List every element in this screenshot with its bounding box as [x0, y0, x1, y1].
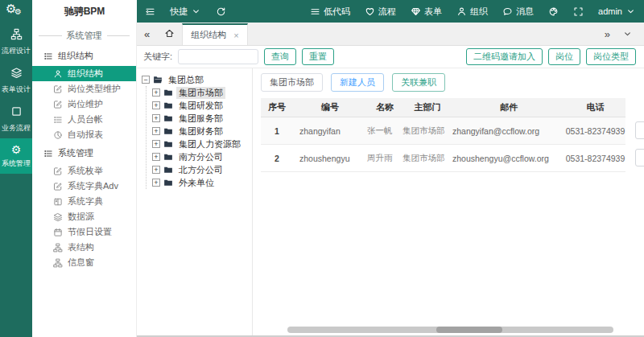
sidebar-section-title: 系统管理: [39, 30, 130, 42]
close-icon[interactable]: ×: [233, 31, 238, 40]
nav-form[interactable]: 表单: [411, 6, 442, 18]
sidebar-item-holiday-setting[interactable]: 节假日设置: [32, 224, 136, 240]
org-tree: − 集团总部 + 集团市场部 + 集团研发部: [137, 68, 253, 335]
tree-expand-icon[interactable]: +: [152, 101, 160, 109]
table-row[interactable]: 1 zhangyifan 张一帆 集团市场部 zhangyifan@ccflow…: [261, 117, 625, 145]
reset-button[interactable]: 重置: [302, 48, 334, 65]
sitemap-icon: [53, 243, 63, 253]
sidebar-item-personnel-ledger[interactable]: 人员台帐: [32, 112, 136, 127]
tree-node-north-branch[interactable]: + 北方分公司: [152, 163, 252, 176]
row-action-button[interactable]: [635, 121, 644, 139]
sidebar-item-system-enum[interactable]: 系统枚举: [32, 163, 136, 179]
fullscreen-icon[interactable]: [573, 6, 584, 17]
sidebar-item-table-structure[interactable]: 表结构: [32, 240, 136, 255]
nav-message[interactable]: 消息: [502, 6, 534, 18]
top-bar: ⚙ ⚙ 驰骋BPM 快捷 低代码 流程: [0, 0, 644, 23]
sitemap-icon: [10, 28, 23, 40]
sidebar-item-info-window[interactable]: 信息窗: [32, 255, 136, 270]
search-toolbar: 关键字: 查询 重置 二维码邀请加入 岗位 岗位类型: [137, 46, 644, 68]
edit-icon: [53, 100, 63, 109]
sidebar-item-datasource[interactable]: 数据源: [32, 209, 136, 224]
nav-org[interactable]: 组织: [456, 6, 488, 18]
folder-icon: [163, 139, 173, 149]
chevron-down-icon: [191, 6, 201, 17]
link-parttime-button[interactable]: 关联兼职: [392, 73, 445, 92]
tab-bar: « 组织结构 × »: [137, 23, 644, 46]
search-button[interactable]: 查询: [264, 48, 296, 65]
tree-root[interactable]: − 集团总部: [142, 73, 252, 86]
folder-icon: [163, 126, 173, 136]
user-icon: [53, 69, 63, 79]
sidebar-item-auto-report[interactable]: 自动报表: [32, 127, 136, 142]
home-icon[interactable]: [157, 28, 182, 40]
user-menu[interactable]: admin: [598, 6, 636, 17]
list-icon: [310, 6, 320, 17]
keyword-label: 关键字:: [143, 51, 172, 63]
tree-expand-icon[interactable]: +: [152, 140, 160, 148]
theme-palette-icon[interactable]: [548, 6, 559, 17]
quick-menu[interactable]: 快捷: [170, 6, 201, 18]
table-row[interactable]: 2 zhoushengyu 周升雨 集团市场部 zhoushengyu@ccfl…: [261, 145, 625, 172]
sidebar-item-post-type[interactable]: 岗位类型维护: [32, 81, 136, 97]
layers-icon: [53, 212, 63, 222]
folder-icon: [163, 113, 173, 123]
left-rail: 流程设计 表单设计 业务流程 ⚙ 系统管理: [0, 23, 32, 337]
new-person-button[interactable]: 新建人员: [331, 73, 384, 92]
row-action-button[interactable]: [635, 149, 644, 166]
sidebar-item-system-dict-adv[interactable]: 系统字典Adv: [32, 179, 136, 194]
sidebar-item-org-structure[interactable]: 组织结构: [32, 66, 136, 81]
sidebar-group-org[interactable]: 组织结构: [32, 45, 136, 66]
refresh-icon[interactable]: [216, 6, 226, 17]
current-dept-button[interactable]: 集团市场部: [261, 73, 323, 92]
keyword-input[interactable]: [178, 49, 258, 64]
rail-item-process-design[interactable]: 流程设计: [0, 23, 32, 61]
rail-item-business-process[interactable]: 业务流程: [0, 100, 32, 138]
tree-node-hr[interactable]: + 集团人力资源部: [152, 138, 252, 150]
nav-flow[interactable]: 流程: [365, 6, 396, 18]
scrollbar-thumb[interactable]: [436, 327, 502, 333]
menu-fold-icon[interactable]: [145, 6, 155, 17]
tree-node-service[interactable]: + 集团服务部: [152, 112, 252, 125]
list-icon: [43, 51, 53, 61]
tree-expand-icon[interactable]: +: [152, 127, 160, 135]
tree-node-external[interactable]: + 外来单位: [152, 176, 252, 189]
sidebar-item-system-dict[interactable]: 系统字典: [32, 194, 136, 209]
layers-icon: [10, 67, 23, 79]
nav-lowcode[interactable]: 低代码: [310, 6, 350, 18]
app-logo[interactable]: ⚙ ⚙: [0, 0, 32, 23]
tree-expand-icon[interactable]: +: [152, 166, 160, 174]
tab-org-structure[interactable]: 组织结构 ×: [182, 23, 247, 45]
user-icon: [456, 6, 467, 17]
tree-node-finance[interactable]: + 集团财务部: [152, 125, 252, 138]
folder-icon: [163, 165, 173, 175]
rail-item-system-admin[interactable]: ⚙ 系统管理: [0, 138, 32, 174]
table-header: 序号 编号 名称 主部门 邮件 电话: [261, 98, 625, 117]
tree-node-rd[interactable]: + 集团研发部: [152, 99, 252, 112]
tree-expand-icon[interactable]: +: [152, 88, 160, 97]
tree-expand-icon[interactable]: +: [152, 153, 160, 161]
folder-icon: [163, 101, 173, 110]
post-button[interactable]: 岗位: [548, 48, 580, 65]
quick-menu-label: 快捷: [170, 6, 188, 18]
book-icon: [53, 197, 63, 207]
tree-expand-icon[interactable]: +: [152, 179, 160, 187]
folder-icon: [163, 152, 173, 162]
sidebar-group-system[interactable]: 系统管理: [32, 142, 136, 163]
qr-invite-button[interactable]: 二维码邀请加入: [466, 48, 543, 65]
chevron-down-icon[interactable]: [622, 29, 633, 39]
expand-tabs-icon[interactable]: »: [605, 28, 610, 40]
horizontal-scrollbar[interactable]: [287, 327, 613, 333]
tree-node-marketing[interactable]: + 集团市场部: [152, 86, 252, 99]
list-icon: [53, 115, 63, 125]
header-bar: 快捷 低代码 流程 表单 组织: [137, 0, 644, 23]
post-type-button[interactable]: 岗位类型: [586, 48, 636, 65]
app-root: ⚙ ⚙ 驰骋BPM 快捷 低代码 流程: [0, 0, 644, 337]
tree-expand-icon[interactable]: +: [152, 114, 160, 122]
tree-node-south-branch[interactable]: + 南方分公司: [152, 150, 252, 163]
rail-item-form-design[interactable]: 表单设计: [0, 61, 32, 100]
collapse-sidebar-icon[interactable]: «: [137, 29, 157, 39]
gear-icon: ⚙: [0, 144, 32, 156]
tree-collapse-icon[interactable]: −: [142, 76, 150, 84]
sidebar-item-post-maintain[interactable]: 岗位维护: [32, 97, 136, 112]
square-icon: [10, 105, 23, 117]
